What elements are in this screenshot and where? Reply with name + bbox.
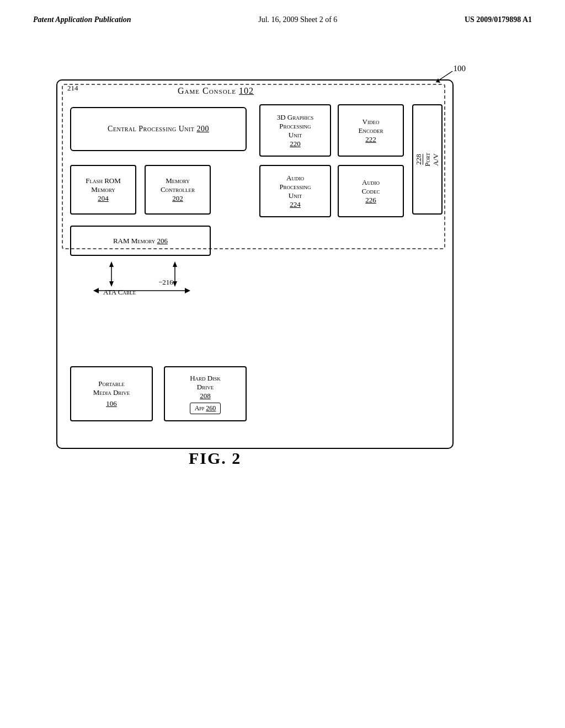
audio-proc-box: AudioProcessingUnit 224 [259,165,331,217]
svg-marker-7 [185,288,190,293]
hard-disk-box: Hard DiskDrive 208 App 260 [164,366,247,421]
graphics-box: 3D GraphicsProcessingUnit 220 [259,104,331,157]
app-box: App 260 [190,403,221,414]
game-console-title: Game Console 102 [178,86,254,96]
svg-marker-6 [93,288,99,293]
ata-cable-label: ATA Cable [103,288,136,297]
memory-controller-box: MemoryController 202 [145,165,211,215]
cpu-box: Central Processing Unit 200 [70,107,247,151]
header-center: Jul. 16, 2009 Sheet 2 of 6 [258,15,337,24]
label-216-text: −216 [158,278,173,287]
svg-marker-9 [173,261,177,267]
av-port-box: A/V Port 228 [412,104,443,215]
video-encoder-box: VideoEncoder 222 [338,104,404,157]
page-header: Patent Application Publication Jul. 16, … [0,0,565,30]
diagram-area: 100 214 Game Console 102 Central Process… [56,63,509,504]
header-left: Patent Application Publication [33,15,131,24]
label-214: 214 [67,84,78,93]
portable-media-box: PortableMedia Drive 106 [70,366,153,421]
cpu-label: Central Processing Unit 200 [108,125,209,133]
svg-marker-10 [173,281,177,287]
svg-marker-4 [109,281,114,287]
ram-memory-box: RAM Memory 206 [70,226,211,256]
svg-marker-3 [109,261,114,267]
header-right: US 2009/0179898 A1 [465,15,532,24]
fig-caption: FIG. 2 [189,449,241,468]
flash-rom-box: Flash ROMMemory 204 [70,165,136,215]
audio-codec-box: AudioCodec 226 [338,165,404,217]
